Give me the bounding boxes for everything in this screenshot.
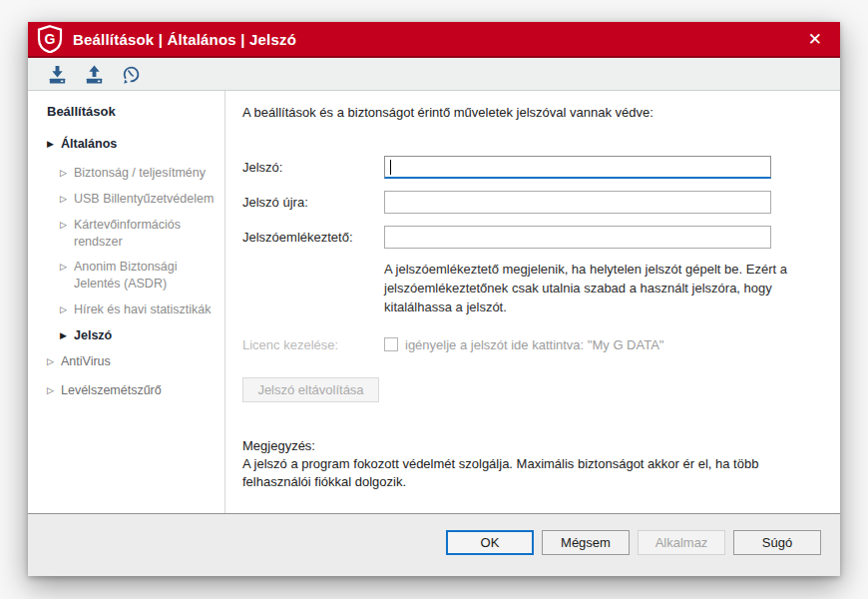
sidebar-item-antivirus[interactable]: ▷AntiVirus [47, 353, 218, 370]
triangle-open-icon: ▷ [60, 259, 74, 273]
text-caret [390, 160, 391, 175]
sidebar-item-levelszemetszuro[interactable]: ▷Levélszemétszűrő [47, 382, 218, 399]
license-checkbox[interactable] [384, 337, 398, 351]
close-icon[interactable]: ✕ [796, 25, 834, 54]
ok-button[interactable]: OK [446, 530, 534, 555]
password-hint-label: Jelszóemlékeztető: [242, 230, 384, 245]
remove-password-button[interactable]: Jelszó eltávolítása [242, 377, 379, 402]
help-button[interactable]: Súgó [733, 530, 821, 555]
note-block: Megjegyzés: A jelszó a program fokozott … [242, 438, 822, 491]
settings-window: G Beállítások | Általános | Jelszó ✕ [28, 22, 840, 576]
triangle-filled-icon: ▶ [47, 136, 61, 150]
sidebar-item-label: Biztonság / teljesítmény [74, 165, 206, 182]
sidebar-item-biztonsag-teljesitmeny[interactable]: ▷Biztonság / teljesítmény [60, 165, 218, 182]
password-label: Jelszó: [242, 160, 384, 175]
triangle-open-icon: ▷ [47, 353, 61, 367]
password-input[interactable] [384, 156, 771, 179]
sidebar-tree: ▶Általános▷Biztonság / teljesítmény▷USB … [47, 136, 218, 399]
sidebar-root-label[interactable]: Beállítások [47, 104, 218, 119]
password-hint-input[interactable] [384, 226, 771, 249]
apply-button[interactable]: Alkalmaz [638, 530, 725, 555]
sidebar-item-jelszo[interactable]: ▶Jelszó [60, 327, 218, 344]
import-settings-icon[interactable] [45, 62, 69, 86]
password-repeat-input[interactable] [384, 191, 771, 214]
toolbar [28, 58, 840, 91]
export-settings-icon[interactable] [82, 62, 106, 86]
sidebar-item-anonim-biztonsagi-jelentes[interactable]: ▷Anonim Biztonsági Jelentés (ASDR) [60, 259, 218, 293]
password-hint-field-row: Jelszóemlékeztető: [242, 226, 822, 249]
sidebar-item-altalanos[interactable]: ▶Általános [47, 136, 218, 153]
gdata-logo-icon: G [37, 25, 63, 53]
triangle-open-icon: ▷ [60, 165, 74, 179]
sidebar-item-label: Kártevőinformációs rendszer [74, 217, 218, 251]
sidebar-item-usb-billentyuzetvedelem[interactable]: ▷USB Billentyűzetvédelem [60, 191, 218, 208]
triangle-filled-icon: ▶ [60, 327, 74, 341]
sidebar-item-label: AntiVirus [61, 353, 111, 370]
triangle-open-icon: ▷ [60, 301, 74, 315]
gdata-logo-letter: G [45, 31, 56, 47]
cancel-button[interactable]: Mégsem [542, 530, 630, 555]
sidebar-item-label: USB Billentyűzetvédelem [74, 191, 214, 208]
triangle-open-icon: ▷ [47, 382, 61, 396]
footer-buttons: OKMégsemAlkalmazSúgó [28, 513, 840, 576]
triangle-open-icon: ▷ [60, 191, 74, 205]
window-title: Beállítások | Általános | Jelszó [73, 31, 796, 48]
title-bar: G Beállítások | Általános | Jelszó ✕ [28, 22, 840, 58]
triangle-open-icon: ▷ [60, 217, 74, 231]
sidebar-item-label: Általános [61, 136, 117, 153]
main-panel: A beállítások és a biztonságot érintő mű… [225, 91, 840, 513]
password-hint-description: A jelszóemlékeztető megjelenik, ha helyt… [384, 261, 807, 317]
intro-text: A beállítások és a biztonságot érintő mű… [242, 105, 822, 120]
license-checkbox-label: igényelje a jelszót ide kattintva: "My G… [405, 337, 663, 352]
sidebar: Beállítások ▶Általános▷Biztonság / telje… [28, 91, 225, 513]
sidebar-item-label: Hírek és havi statisztikák [74, 301, 212, 318]
password-field-row: Jelszó: [242, 156, 822, 179]
password-repeat-label: Jelszó újra: [242, 195, 384, 210]
password-form: Jelszó: Jelszó újra: Jelszóemlékeztető: [242, 156, 822, 249]
sidebar-item-label: Anonim Biztonsági Jelentés (ASDR) [74, 259, 218, 293]
sidebar-item-kartevoinformacios-rendszer[interactable]: ▷Kártevőinformációs rendszer [60, 217, 218, 251]
license-label: Licenc kezelése: [242, 337, 384, 352]
sidebar-item-hirek-es-havi-statisztikak[interactable]: ▷Hírek és havi statisztikák [60, 301, 218, 318]
sidebar-item-label: Jelszó [74, 327, 112, 344]
note-body: A jelszó a program fokozott védelmét szo… [242, 455, 803, 491]
restore-defaults-icon[interactable] [119, 62, 143, 86]
sidebar-item-label: Levélszemétszűrő [61, 382, 162, 399]
password-repeat-field-row: Jelszó újra: [242, 191, 822, 214]
dialog-body: Beállítások ▶Általános▷Biztonság / telje… [28, 91, 840, 513]
license-row: Licenc kezelése: igényelje a jelszót ide… [242, 337, 822, 352]
note-title: Megjegyzés: [242, 438, 822, 453]
